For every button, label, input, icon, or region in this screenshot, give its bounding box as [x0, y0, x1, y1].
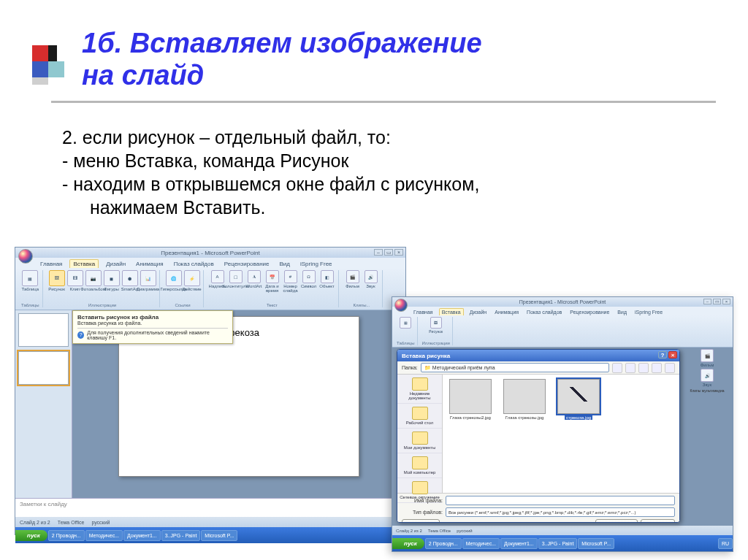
maximize-button[interactable]: ▭ [713, 299, 721, 304]
file-thumb-icon [557, 379, 600, 414]
sound-button[interactable]: 🔊Звук [697, 369, 717, 387]
picture-button[interactable]: 🖼Рисунок [49, 270, 65, 291]
file-item[interactable]: Глаза стрекозы2.jpg [447, 379, 494, 420]
movie-button[interactable]: 🎬Фильм [345, 270, 361, 288]
file-item[interactable]: Глаза стрекозы.jpg [501, 379, 548, 420]
taskbar-item[interactable]: 3..JPG - Paint [161, 530, 201, 541]
tab-view[interactable]: Вид [615, 309, 629, 315]
place-desktop[interactable]: Рабочий стол [397, 404, 442, 429]
taskbar-lang[interactable]: RU [718, 538, 733, 549]
window-title: Презентация1 - Microsoft PowerPoint [519, 299, 606, 304]
views-icon[interactable] [665, 363, 675, 373]
sound-button[interactable]: 🔊Звук [363, 270, 379, 288]
hyperlink-button[interactable]: 🌐Гиперссылка [166, 270, 182, 291]
insert-picture-dialog: Вставка рисунка ? × Папка: 📁 Методически… [397, 349, 680, 523]
tab-ispring[interactable]: iSpring Free [633, 309, 665, 315]
wordart-button[interactable]: 𝐀WordArt [246, 270, 262, 288]
places-bar: Недавние документы Рабочий стол Мои доку… [397, 375, 443, 493]
dialog-title: Вставка рисунка [402, 353, 450, 359]
movie-button[interactable]: 🎬Фильм [697, 349, 717, 367]
tab-insert[interactable]: Вставка [439, 308, 464, 315]
status-theme: Тема Office [428, 529, 451, 533]
filetype-combo[interactable]: Все рисунки (*.emf;*.wmf;*.jpg;*.jpeg;*.… [446, 507, 675, 517]
tab-slideshow[interactable]: Показ слайдов [524, 309, 564, 315]
folder-icon: 📁 [424, 365, 431, 371]
object-button[interactable]: ◧Объект [319, 270, 335, 288]
slidenum-button[interactable]: #Номер слайда [283, 270, 299, 293]
headerfooter-button[interactable]: ☐Колонтитулы [228, 270, 244, 288]
shapes-button[interactable]: ◼Фигуры [104, 270, 120, 291]
chart-button[interactable]: 📊Диаграмма [140, 270, 156, 291]
ribbon-tabs: Главная Вставка Дизайн Анимация Показ сл… [392, 307, 733, 315]
dialog-close-button[interactable]: × [668, 351, 677, 358]
taskbar-item[interactable]: Методичес... [85, 530, 123, 541]
datetime-button[interactable]: 📅Дата и время [264, 270, 280, 293]
newfolder-icon[interactable] [652, 363, 662, 373]
tab-insert[interactable]: Вставка [69, 259, 99, 268]
tab-ispring[interactable]: iSpring Free [297, 260, 335, 268]
maximize-button[interactable]: ▭ [384, 249, 393, 256]
cancel-button[interactable]: Отмена [641, 519, 675, 523]
tab-home[interactable]: Главная [37, 260, 65, 268]
taskbar-item[interactable]: Документ1... [123, 530, 161, 541]
taskbar-item[interactable]: Документ1... [500, 538, 538, 549]
ribbon-group-links: 🌐Гиперссылка ⚡Действие Ссылки [163, 270, 204, 307]
tab-review[interactable]: Рецензирование [568, 309, 611, 315]
ribbon-group-media: 🎬Фильм 🔊Звук Клипы... [342, 270, 383, 307]
place-mycomputer[interactable]: Мой компьютер [397, 453, 442, 478]
start-button[interactable]: пуск [392, 538, 424, 549]
insert-button[interactable]: Вставить▾ [595, 519, 638, 523]
body-l3: - находим в открывшемся окне файл с рису… [62, 172, 705, 196]
tab-animation[interactable]: Анимация [133, 260, 167, 268]
notes-pane[interactable]: Заметки к слайду [15, 498, 405, 517]
window-titlebar: Презентация1 - Microsoft PowerPoint – ▭ … [15, 248, 405, 258]
symbol-button[interactable]: ΩСимвол [301, 270, 317, 288]
picture-button[interactable]: 🖼Рисунок [427, 317, 445, 334]
file-list[interactable]: Глаза стрекозы2.jpg Глаза стрекозы.jpg с… [443, 375, 679, 493]
action-button[interactable]: ⚡Действие [184, 270, 200, 291]
folder-combo[interactable]: 📁 Методический приём лупа [421, 363, 609, 372]
office-button-icon[interactable] [18, 249, 33, 264]
start-button[interactable]: пуск [15, 530, 47, 541]
filename-input[interactable] [446, 496, 675, 505]
tab-design[interactable]: Дизайн [468, 309, 489, 315]
close-button[interactable]: × [722, 299, 730, 304]
slide-thumb-1[interactable] [18, 313, 69, 347]
window-title: Презентация1 - Microsoft PowerPoint [161, 250, 259, 256]
taskbar-item[interactable]: 2 Проводн... [48, 530, 85, 541]
slide-thumb-2[interactable] [18, 351, 69, 385]
tab-review[interactable]: Рецензирование [221, 260, 272, 268]
place-mydocs[interactable]: Мои документы [397, 429, 442, 453]
dialog-toolbar: Папка: 📁 Методический приём лупа [397, 361, 679, 375]
office-button-icon[interactable] [394, 299, 408, 312]
up-icon[interactable] [625, 363, 636, 373]
tab-design[interactable]: Дизайн [103, 260, 129, 268]
tab-view[interactable]: Вид [277, 260, 293, 268]
back-icon[interactable] [612, 363, 622, 373]
taskbar-item[interactable]: Microsoft P... [578, 538, 614, 549]
photoalbum-button[interactable]: 📷Фотоальбом [85, 270, 102, 291]
table-button[interactable]: ▦ [397, 317, 414, 329]
taskbar-item[interactable]: 2 Проводн... [425, 538, 462, 549]
delete-icon[interactable] [638, 363, 649, 373]
close-button[interactable]: × [394, 249, 403, 256]
workspace: 🎬Фильм 🔊Звук Клипы мультимедиа Вставка р… [392, 348, 733, 526]
taskbar-item[interactable]: Microsoft P... [201, 530, 237, 541]
tools-button[interactable]: Сервис▾ [402, 519, 440, 523]
taskbar-item[interactable]: 3..JPG - Paint [538, 538, 578, 549]
tab-slideshow[interactable]: Показ слайдов [171, 260, 217, 268]
dialog-help-button[interactable]: ? [658, 351, 667, 358]
minimize-button[interactable]: – [374, 249, 383, 256]
file-thumb-icon [503, 379, 546, 414]
table-button[interactable]: ▦Таблица [22, 270, 38, 291]
status-lang: русский [457, 529, 473, 533]
place-recent[interactable]: Недавние документы [397, 375, 442, 404]
smartart-button[interactable]: ⬢SmartArt [122, 270, 138, 291]
tab-home[interactable]: Главная [411, 309, 435, 315]
taskbar-item[interactable]: Методичес... [462, 538, 500, 549]
ribbon-group-illustrations: 🖼Рисунок Иллюстрации [420, 317, 453, 345]
minimize-button[interactable]: – [703, 299, 711, 304]
file-item-selected[interactable]: стрекоза.jpg [555, 379, 602, 420]
tab-animation[interactable]: Анимация [492, 309, 521, 315]
workspace: Вставить рисунок из файла Вставка рисунк… [15, 310, 405, 498]
